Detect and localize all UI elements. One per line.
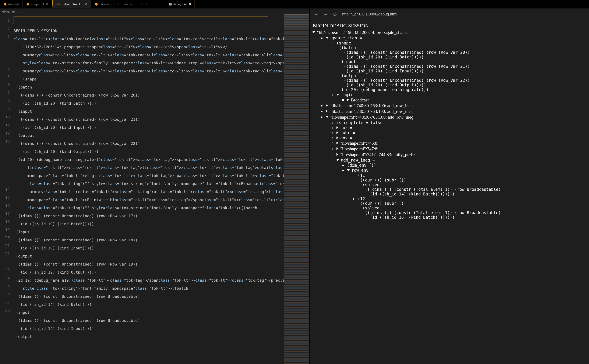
close-icon[interactable]: ✕ [189,3,191,6]
bullet-icon [332,127,333,129]
caret-down-icon [326,116,328,118]
summary-label: row_env [352,168,368,173]
tab-hint: bin [130,3,133,6]
untracked-indicator: U [79,2,81,6]
forward-button[interactable]: → [324,12,328,17]
summary-label: "lib/shape.ml":741:1-744:33: unify_prefi… [340,152,415,157]
summary-label: logic [341,92,353,97]
bullet-icon [321,38,322,39]
minimap-content [284,14,309,364]
line-gutter[interactable]: 123 45678910111213 141516171819202122 23… [0,14,13,364]
summary-label: "lib/shape.ml":746:8: [340,141,378,146]
bullet-icon [332,160,333,161]
tab-label: utils.ml [100,2,109,6]
bullet-icon [332,94,333,96]
summary-label: "lib/shape.ml":740:30-763:100: add_row_i… [330,115,414,120]
summary-label: add_row_ineq = [341,158,375,162]
tab-shape-ml[interactable]: ⬢ shape.ml M [23,0,52,8]
preview-icon: ▤ [169,3,172,6]
bullet-icon [332,148,333,150]
details-cur[interactable]: cur = [313,125,586,130]
caret-right-icon [347,98,349,101]
tab-label: data.ml [8,2,19,6]
tab-bar: ⬢ data.ml ⬢ shape.ml M <> debug.html U ✕… [0,0,589,8]
tab-dune-bin[interactable]: ≡ dune bin [114,0,137,8]
details-unify-prefix[interactable]: "lib/shape.ml":741:1-744:33: unify_prefi… [313,152,586,157]
details-add-row-ineq-1[interactable]: "lib/shape.ml":740:30-763:100: add_row_i… [313,103,586,108]
bullet-icon [332,132,333,134]
tab-debug-html[interactable]: <> debug.html U ✕ [52,0,91,8]
preview-body[interactable]: BEGIN DEBUG SESSION "lib/shape.ml":1190:… [309,20,589,364]
details-update-step[interactable]: update_step = [313,36,586,40]
summary-label: "lib/shape.ml":747:8: [340,146,378,152]
tab-preview-debug-html[interactable]: ▤ debug.html ✕ [166,0,194,8]
bullet-icon [321,111,322,112]
summary-label: cur = [340,125,352,130]
details-ref-747[interactable]: "lib/shape.ml":747:8: [313,146,586,152]
bullet-icon [332,122,333,124]
tab-label: dune [121,2,128,6]
shape-block: (shape ((batch ((dims ()) (constr Uncons… [313,41,586,92]
ocaml-icon: ⬢ [4,2,7,6]
pre-text: (shape ((batch ((dims ()) (constr Uncons… [336,41,470,92]
preview-toolbar: ← → ⟳ http://127.0.0.1:3000/debug.html [309,8,589,20]
code-area[interactable]: BEGIN DEBUG SESSIONclass="tok-lt"><class… [13,14,284,364]
bullet-icon [332,154,333,156]
summary-label: env = [340,136,352,140]
details-ref-746[interactable]: "lib/shape.ml":746:8: [313,141,586,146]
html-icon: <> [56,2,60,6]
details-logic[interactable]: logic [313,92,586,97]
summary-label: "lib/shape.ml":740:30-763:100: add_row_i… [330,103,413,108]
modified-indicator: M [46,2,48,6]
preview-pane: ← → ⟳ http://127.0.0.1:3000/debug.html B… [309,8,589,364]
tab-label: shape.ml [31,2,44,6]
minimap-viewport[interactable] [284,14,309,27]
details-add-row-ineq-2[interactable]: "lib/shape.ml":740:30-763:100: add_row_i… [313,109,586,114]
details-row-env[interactable]: row_env [313,168,586,173]
dim-env: (dim_env ()) [313,163,586,168]
details-add-row-ineq-3[interactable]: "lib/shape.ml":740:30-763:100: add_row_i… [313,115,586,120]
file-icon: ≡ [117,2,119,6]
is-complete: is_complete = false [313,120,586,125]
tab-label: debug.html [174,3,187,6]
bullet-icon [332,137,333,139]
details-subr[interactable]: subr = [313,130,586,135]
back-button[interactable]: ← [314,12,318,17]
caret-right-icon [336,142,338,144]
tab-overflow-button[interactable]: ··· [152,0,160,8]
caret-right-icon [336,136,338,139]
tab-utils-ml[interactable]: ⬢ utils.ml [91,0,114,8]
bullet-icon [321,117,322,118]
details-propagate-shapes[interactable]: "lib/shape.ml":1190:32-1206:14: propagat… [313,30,586,35]
summary-label: Broadcast [351,98,369,103]
minimap[interactable] [284,14,309,364]
breadcrumb[interactable]: lebug.html › ... [0,8,309,14]
page-title: BEGIN DEBUG SESSION [313,23,586,29]
close-icon[interactable]: ✕ [84,2,87,6]
caret-right-icon [326,110,328,112]
reload-button[interactable]: ⟳ [333,12,337,17]
file-icon: ≡ [141,2,143,6]
pre-text: is_complete = false [336,120,382,125]
tab-data-ml[interactable]: ⬢ data.ml [0,0,23,8]
caret-down-icon [336,159,339,161]
caret-right-icon [336,131,338,134]
tab-dune-2[interactable]: ≡ du [137,0,152,8]
caret-right-icon [336,153,338,156]
caret-down-icon [326,37,328,39]
breadcrumb-file: lebug.html [2,10,15,13]
pre-text: (dim_env ()) [347,163,376,168]
bullet-icon [332,143,333,144]
bullet-icon [342,170,344,171]
tab-label: debug.html [62,2,77,6]
caret-right-icon [336,147,338,150]
pre-text: (11 ((cur ()) (subr ()) (solved (((dims … [358,173,501,220]
url-field[interactable]: http://127.0.0.1:3000/debug.html [342,12,397,17]
details-env[interactable]: env = [313,136,586,140]
details-broadcast[interactable]: Broadcast [313,98,586,103]
bullet-icon [332,43,333,44]
editor-pane: lebug.html › ... 123 45678910111213 1415… [0,8,309,364]
details-add-row-ineq-eq[interactable]: add_row_ineq = [313,158,586,162]
bullet-icon [321,105,322,106]
summary-label: subr = [340,130,355,135]
